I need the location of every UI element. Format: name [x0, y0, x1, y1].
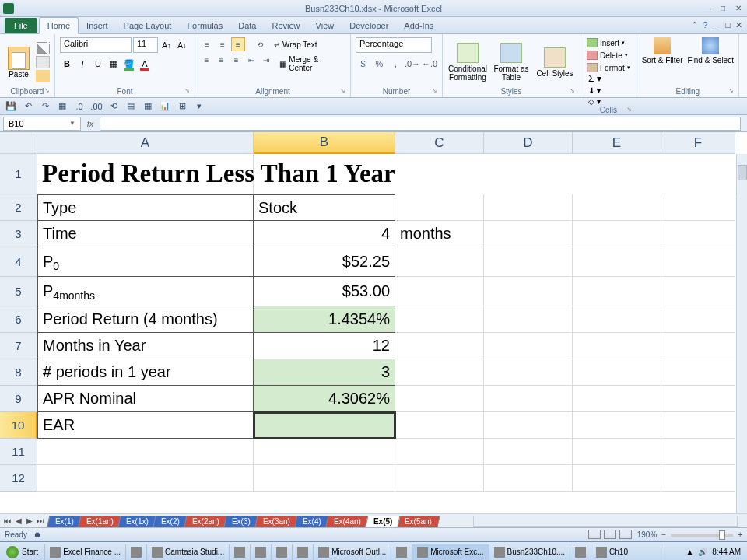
cell-D4[interactable]	[484, 247, 573, 277]
cell-C2[interactable]	[395, 194, 484, 221]
formula-input[interactable]	[100, 117, 741, 131]
row-header-9[interactable]: 9	[0, 386, 37, 412]
vertical-scrollbar[interactable]	[736, 154, 747, 513]
cell-D10[interactable]	[484, 412, 573, 439]
tray-icon-1[interactable]: ▲	[686, 548, 693, 556]
sheet-tab-Ex(4)[interactable]: Ex(4)	[294, 516, 329, 527]
cell-B7[interactable]: 12	[254, 333, 395, 359]
cell-D12[interactable]	[484, 465, 573, 492]
decrease-indent-button[interactable]: ⇤	[244, 53, 258, 67]
decrease-decimal-button[interactable]: ←.0	[422, 56, 437, 72]
sheet-tab-Ex(1)[interactable]: Ex(1)	[47, 516, 82, 527]
cell-F5[interactable]	[661, 277, 735, 306]
spreadsheet-grid[interactable]: ABCDEF 123456789101112 Period Return Les…	[0, 132, 747, 513]
cell-A12[interactable]	[37, 465, 254, 492]
sheet-nav-next[interactable]: ▶	[25, 516, 34, 525]
cell-A3[interactable]: Time	[37, 221, 254, 247]
cell-D3[interactable]	[484, 221, 573, 247]
row-header-1[interactable]: 1	[0, 154, 37, 194]
file-tab[interactable]: File	[5, 18, 37, 33]
cell-B11[interactable]	[254, 439, 395, 465]
font-size-dropdown[interactable]: 11	[133, 37, 158, 53]
cell-B12[interactable]	[254, 465, 395, 492]
conditional-formatting-button[interactable]: Conditional Formatting	[447, 43, 488, 82]
cell-E2[interactable]	[573, 194, 661, 221]
cell-D6[interactable]	[484, 306, 573, 333]
taskbar-item-12[interactable]: Ch10	[591, 544, 661, 560]
delete-cells-button[interactable]: Delete▾	[585, 50, 632, 61]
row-header-3[interactable]: 3	[0, 221, 37, 247]
zoom-out-button[interactable]: −	[661, 530, 666, 539]
cell-A7[interactable]: Months in Year	[37, 333, 254, 359]
taskbar-item-6[interactable]	[293, 544, 314, 560]
macro-record-icon[interactable]: ⏺	[33, 530, 41, 539]
tray-icon-2[interactable]: 🔊	[698, 548, 707, 556]
redo-button[interactable]: ↷	[39, 100, 51, 113]
start-button[interactable]: Start	[0, 544, 45, 561]
qat-btn-9[interactable]: 📊	[159, 100, 171, 113]
sheet-tab-Ex(5)[interactable]: Ex(5)	[365, 516, 400, 527]
qat-btn-5[interactable]: .00	[90, 100, 103, 113]
cell-E8[interactable]	[573, 359, 661, 386]
cell-E11[interactable]	[573, 439, 661, 465]
copy-button[interactable]	[36, 56, 50, 68]
normal-view-button[interactable]	[588, 530, 601, 539]
currency-button[interactable]: $	[356, 56, 370, 72]
cell-F4[interactable]	[661, 247, 735, 277]
taskbar-item-11[interactable]	[570, 544, 591, 560]
cell-D8[interactable]	[484, 359, 573, 386]
cell-A6[interactable]: Period Return (4 months)	[37, 306, 254, 333]
column-header-B[interactable]: B	[254, 132, 395, 154]
cell-E9[interactable]	[573, 386, 661, 412]
save-button[interactable]: 💾	[5, 100, 17, 113]
scroll-thumb[interactable]	[738, 165, 747, 180]
tab-formulas[interactable]: Formulas	[179, 18, 230, 33]
column-header-F[interactable]: F	[661, 132, 735, 154]
cell-C7[interactable]	[395, 333, 484, 359]
cell-E6[interactable]	[573, 306, 661, 333]
orientation-button[interactable]: ⟲	[253, 37, 267, 51]
cell-C6[interactable]	[395, 306, 484, 333]
cell-A11[interactable]	[37, 439, 254, 465]
font-name-dropdown[interactable]: Calibri	[60, 37, 132, 53]
align-bottom-button[interactable]: ≡	[231, 37, 245, 51]
cell-F3[interactable]	[661, 221, 735, 247]
minimize-ribbon-icon[interactable]: ⌃	[691, 20, 698, 30]
tab-insert[interactable]: Insert	[79, 18, 116, 33]
column-header-A[interactable]: A	[37, 132, 254, 154]
zoom-slider[interactable]	[671, 534, 733, 537]
zoom-level[interactable]: 190%	[637, 530, 658, 539]
wrap-text-button[interactable]: ↵Wrap Text	[268, 37, 323, 51]
cell-A2[interactable]: Type	[37, 194, 254, 221]
row-header-6[interactable]: 6	[0, 306, 37, 333]
align-center-button[interactable]: ≡	[215, 53, 228, 67]
column-header-E[interactable]: E	[573, 132, 661, 154]
qat-btn-7[interactable]: ▤	[124, 100, 137, 113]
window-close-icon[interactable]: ✕	[735, 20, 742, 30]
taskbar-item-8[interactable]	[391, 544, 412, 560]
cell-E4[interactable]	[573, 247, 661, 277]
taskbar-item-0[interactable]: Excel Finance ...	[45, 544, 126, 560]
sheet-tab-Ex(1x)[interactable]: Ex(1x)	[117, 516, 156, 527]
sheet-tab-Ex(3)[interactable]: Ex(3)	[223, 516, 258, 527]
percent-button[interactable]: %	[372, 56, 387, 72]
taskbar-item-1[interactable]	[126, 544, 147, 560]
cell-A5[interactable]: P4months	[37, 277, 254, 306]
sheet-nav-first[interactable]: ⏮	[3, 516, 12, 525]
fill-button[interactable]: ⬇ ▾	[588, 86, 632, 95]
taskbar-item-5[interactable]	[272, 544, 293, 560]
cell-E7[interactable]	[573, 333, 661, 359]
border-button[interactable]: ▦	[107, 56, 121, 72]
cell-F8[interactable]	[661, 359, 735, 386]
decrease-font-button[interactable]: A↓	[175, 37, 189, 53]
cell-A8[interactable]: # periods in 1 year	[37, 359, 254, 386]
qat-btn-6[interactable]: ⟲	[107, 100, 120, 113]
paste-button[interactable]: Paste	[5, 47, 33, 79]
tab-review[interactable]: Review	[264, 18, 307, 33]
cell-C12[interactable]	[395, 465, 484, 492]
cell-B6[interactable]: 1.4354%	[254, 306, 395, 333]
sheet-tab-Ex(5an)[interactable]: Ex(5an)	[397, 516, 440, 527]
cell-B4[interactable]: $52.25	[254, 247, 395, 277]
minimize-button[interactable]: —	[702, 4, 713, 13]
tab-home[interactable]: Home	[39, 17, 79, 34]
